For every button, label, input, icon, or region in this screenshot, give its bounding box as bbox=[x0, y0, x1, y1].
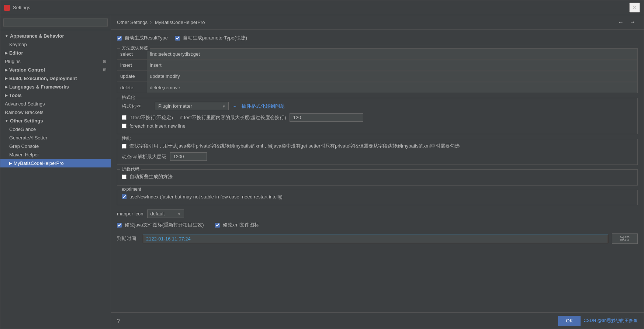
search-field-checkbox-row: 查找字段引用，用于从java类中private字段跳转到mybatis的xml，… bbox=[122, 143, 633, 149]
nav-forward-button[interactable]: → bbox=[627, 18, 638, 26]
iftest-label: if test不换行(不稳定) bbox=[129, 114, 173, 121]
window-title: Settings bbox=[13, 5, 629, 10]
fold-code-section-label: 折叠代码 bbox=[120, 166, 141, 172]
sidebar-item-mybatis[interactable]: MyBatisCodeHelperPro bbox=[0, 159, 111, 167]
chevron-down-icon bbox=[5, 119, 8, 123]
sidebar-item-advanced[interactable]: Advanced Settings bbox=[0, 100, 111, 108]
close-button[interactable]: ✕ bbox=[629, 3, 640, 13]
sidebar-item-version-control[interactable]: Version Control ⊞ bbox=[0, 66, 111, 74]
sidebar-item-editor[interactable]: Editor bbox=[0, 49, 111, 57]
sidebar-item-languages[interactable]: Languages & Frameworks bbox=[0, 83, 111, 91]
java-icon-label: 修改java文件图标(重新打开项目生效) bbox=[125, 222, 204, 228]
formatter-label: 格式化器 bbox=[122, 103, 151, 110]
method-tags-section: 方法默认标签 select insert update bbox=[117, 48, 638, 93]
experiment-section-label: expriment bbox=[120, 187, 143, 192]
search-input[interactable] bbox=[3, 18, 108, 27]
search-field-checkbox[interactable] bbox=[122, 144, 127, 149]
activate-button[interactable]: 激活 bbox=[612, 233, 638, 244]
csdn-text: CSDN @an思妙想的王多鱼 bbox=[584, 318, 638, 324]
xml-icon-checkbox-row: 修改xml文件图标 bbox=[215, 222, 259, 228]
tag-val-select[interactable] bbox=[147, 49, 637, 59]
expiry-input[interactable] bbox=[143, 235, 608, 243]
dynamic-sql-row: 动态sql解析最大层级 bbox=[122, 152, 633, 161]
mapper-select-wrapper: default custom bbox=[147, 209, 184, 218]
title-bar: Settings ✕ bbox=[0, 0, 644, 15]
sidebar-item-mavenhelper[interactable]: Maven Helper bbox=[0, 150, 111, 159]
experiment-section: expriment useNewIndex (faster but may no… bbox=[117, 190, 638, 205]
iftest-checkbox-row: if test不换行(不稳定) if test不换行里面内容的最大长度(超过长度… bbox=[122, 113, 633, 122]
nav-back-button[interactable]: ← bbox=[616, 18, 626, 26]
sidebar-item-appearance[interactable]: Appearance & Behavior bbox=[0, 32, 111, 40]
format-section-label: 格式化 bbox=[120, 94, 136, 101]
foreach-checkbox[interactable] bbox=[122, 124, 127, 128]
auto-fold-label: 自动折叠生成的方法 bbox=[129, 173, 173, 180]
tag-row-select: select bbox=[117, 49, 637, 60]
method-tags-content: select insert update delete bbox=[117, 49, 637, 93]
search-box bbox=[0, 15, 111, 30]
format-link-dots: ··· bbox=[232, 103, 236, 109]
tag-key-update: update bbox=[117, 72, 147, 80]
chevron-right-icon bbox=[5, 85, 8, 89]
chevron-down-icon bbox=[5, 34, 8, 38]
iftest-max-input[interactable] bbox=[290, 113, 363, 122]
dynamic-sql-input[interactable] bbox=[170, 152, 207, 161]
sidebar-item-codeglance[interactable]: CodeGlance bbox=[0, 125, 111, 134]
performance-content: 查找字段引用，用于从java类中private字段跳转到mybatis的xml，… bbox=[117, 139, 637, 164]
auto-fold-checkbox[interactable] bbox=[122, 174, 127, 179]
tag-row-update: update bbox=[117, 71, 637, 82]
mapper-icon-select[interactable]: default custom bbox=[147, 209, 184, 218]
fold-code-content: 自动折叠生成的方法 bbox=[117, 170, 637, 185]
format-content: 格式化器 Plugin formatter Default formatter … bbox=[117, 98, 637, 134]
tag-key-delete: delete bbox=[117, 83, 147, 92]
expiry-row: 到期时间 激活 bbox=[117, 233, 638, 244]
foreach-checkbox-row: foreach not insert new line bbox=[122, 123, 633, 129]
sidebar-item-other-settings[interactable]: Other Settings bbox=[0, 117, 111, 125]
bottom-bar: ? OK CSDN @an思妙想的王多鱼 bbox=[111, 312, 644, 329]
formatter-select-wrapper: Plugin formatter Default formatter bbox=[155, 102, 229, 110]
method-tags-label: 方法默认标签 bbox=[120, 45, 150, 51]
sidebar: Appearance & Behavior Keymap Editor Plug… bbox=[0, 15, 111, 329]
tag-row-delete: delete bbox=[117, 82, 637, 93]
main-panel: Other Settings > MyBatisCodeHelperPro ← … bbox=[111, 15, 644, 329]
tag-val-update[interactable] bbox=[147, 71, 637, 82]
java-icon-checkbox[interactable] bbox=[117, 223, 122, 228]
newindex-checkbox[interactable] bbox=[122, 194, 127, 199]
tag-val-delete[interactable] bbox=[147, 82, 637, 93]
app-icon bbox=[4, 5, 10, 11]
fold-code-section: 折叠代码 自动折叠生成的方法 bbox=[117, 169, 638, 186]
formatter-select[interactable]: Plugin formatter Default formatter bbox=[155, 102, 229, 110]
autoresulttype-checkbox[interactable] bbox=[117, 36, 122, 41]
sidebar-item-keymap[interactable]: Keymap bbox=[0, 40, 111, 49]
xml-icon-checkbox[interactable] bbox=[215, 223, 220, 228]
performance-section-label: 性能 bbox=[120, 135, 132, 142]
format-link[interactable]: 插件格式化碰到问题 bbox=[242, 103, 285, 110]
breadcrumb-current: MyBatisCodeHelperPro bbox=[155, 20, 205, 25]
foreach-label: foreach not insert new line bbox=[129, 123, 186, 129]
breadcrumb-bar: Other Settings > MyBatisCodeHelperPro ← … bbox=[111, 15, 644, 30]
bottom-left: ? bbox=[117, 318, 555, 324]
format-section: 格式化 格式化器 Plugin formatter Default format… bbox=[117, 98, 638, 134]
formatter-row: 格式化器 Plugin formatter Default formatter … bbox=[122, 102, 633, 110]
help-icon[interactable]: ? bbox=[117, 318, 120, 324]
newindex-label: useNewIndex (faster but may not stable i… bbox=[129, 194, 283, 200]
expiry-label: 到期时间 bbox=[117, 235, 139, 242]
performance-section: 性能 查找字段引用，用于从java类中private字段跳转到mybatis的x… bbox=[117, 139, 638, 165]
sidebar-tree: Appearance & Behavior Keymap Editor Plug… bbox=[0, 30, 111, 329]
tag-val-insert[interactable] bbox=[147, 60, 637, 70]
sidebar-item-tools[interactable]: Tools bbox=[0, 91, 111, 100]
settings-window: Settings ✕ Appearance & Behavior Keymap … bbox=[0, 0, 644, 329]
sidebar-item-build[interactable]: Build, Execution, Deployment bbox=[0, 74, 111, 83]
iftest-checkbox[interactable] bbox=[122, 115, 127, 120]
sidebar-item-rainbow[interactable]: Rainbow Brackets bbox=[0, 108, 111, 117]
tag-row-insert: insert bbox=[117, 60, 637, 71]
autoparamtype-checkbox[interactable] bbox=[175, 36, 180, 41]
sidebar-item-grepconsole[interactable]: Grep Console bbox=[0, 142, 111, 150]
ok-button[interactable]: OK bbox=[558, 316, 581, 326]
sidebar-item-plugins[interactable]: Plugins ⊞ bbox=[0, 57, 111, 66]
xml-icon-label: 修改xml文件图标 bbox=[223, 222, 259, 228]
chevron-right-icon bbox=[5, 93, 8, 97]
checkbox-autoresulttype: 自动生成ResultType bbox=[117, 35, 168, 41]
mapper-icon-row: mapper icon default custom bbox=[117, 209, 638, 218]
breadcrumb-parent: Other Settings bbox=[117, 20, 148, 25]
sidebar-item-generateallsetter[interactable]: GenerateAllSetter bbox=[0, 134, 111, 142]
